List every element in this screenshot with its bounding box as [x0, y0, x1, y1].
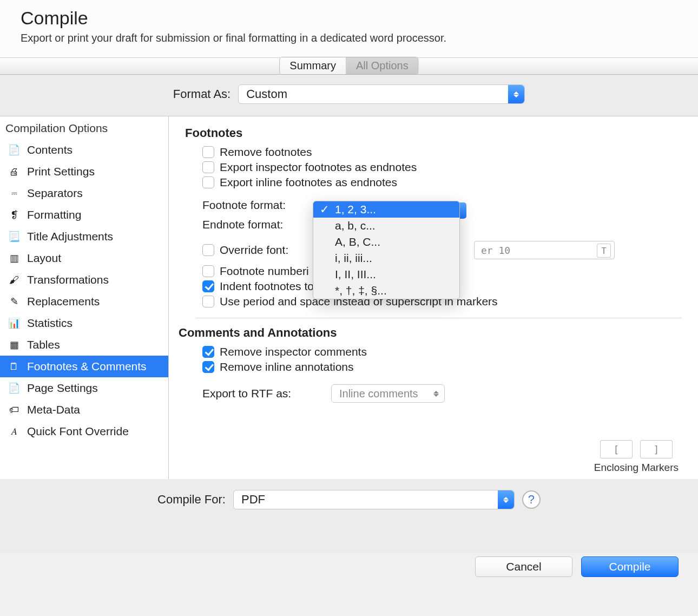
sidebar-item-formatting[interactable]: ❡Formatting	[0, 204, 168, 226]
compile-for-select[interactable]: PDF	[233, 490, 515, 509]
sidebar-item-icon: 📊	[6, 316, 22, 331]
endnote-format-label: Endnote format:	[202, 218, 305, 231]
sidebar-item-label: Statistics	[27, 317, 73, 330]
sidebar-item-label: Print Settings	[27, 165, 95, 178]
cancel-button[interactable]: Cancel	[475, 556, 572, 577]
popup-item[interactable]: 1, 2, 3...	[313, 201, 459, 218]
sidebar-item-label: Formatting	[27, 208, 81, 221]
checkbox-override-font[interactable]	[202, 244, 214, 256]
sidebar-item-statistics[interactable]: 📊Statistics	[0, 312, 168, 334]
chevron-updown-icon	[508, 85, 524, 103]
sidebar-item-page-settings[interactable]: 📄Page Settings	[0, 377, 168, 399]
sidebar-item-icon: ✎	[6, 294, 22, 309]
popup-item[interactable]: I, II, III...	[313, 266, 459, 283]
help-button[interactable]: ?	[522, 490, 541, 509]
checkbox-remove-inspector-comments[interactable]	[202, 346, 214, 358]
sidebar-item-icon: ▥	[6, 251, 22, 266]
header: Compile Export or print your draft for s…	[0, 0, 698, 57]
page-subtitle: Export or print your draft for submissio…	[21, 32, 677, 44]
enclosing-right-input[interactable]: ]	[640, 440, 673, 458]
popup-item[interactable]: i, ii, iii...	[313, 250, 459, 266]
tab-summary[interactable]: Summary	[280, 57, 346, 74]
sidebar: Compilation Options 📄Contents🖨Print Sett…	[0, 116, 169, 479]
format-as-row: Format As: Custom	[0, 75, 698, 116]
label-export-inspector-endnotes: Export inspector footnotes as endnotes	[220, 161, 417, 174]
sidebar-item-label: Quick Font Override	[27, 425, 129, 438]
sidebar-item-label: Replacements	[27, 295, 100, 308]
sidebar-item-label: Footnotes & Comments	[27, 360, 147, 373]
sidebar-item-label: Tables	[27, 338, 60, 351]
sidebar-item-footnotes-comments[interactable]: 🗒Footnotes & Comments	[0, 356, 168, 377]
sidebar-item-print-settings[interactable]: 🖨Print Settings	[0, 161, 168, 182]
checkbox-export-inline-endnotes[interactable]	[202, 176, 214, 188]
sidebar-item-icon: 🖌	[6, 272, 22, 287]
sidebar-item-tables[interactable]: ▦Tables	[0, 334, 168, 356]
label-footnote-numbering: Footnote numberi	[220, 265, 309, 278]
sidebar-item-label: Contents	[27, 143, 73, 156]
override-font-field[interactable]: er 10 T	[474, 241, 615, 259]
label-export-inline-endnotes: Export inline footnotes as endnotes	[220, 176, 397, 189]
sidebar-item-icon: 🖨	[6, 164, 22, 179]
bottom-bar: Compile For: PDF ?	[0, 479, 698, 553]
sidebar-item-label: Title Adjustments	[27, 230, 113, 243]
label-remove-footnotes: Remove footnotes	[220, 146, 312, 159]
checkbox-remove-footnotes[interactable]	[202, 146, 214, 158]
sidebar-item-label: Transformations	[27, 273, 109, 286]
sidebar-item-label: Separators	[27, 187, 83, 200]
sidebar-item-contents[interactable]: 📄Contents	[0, 139, 168, 161]
export-rtf-select[interactable]: Inline comments	[331, 384, 445, 403]
format-as-select[interactable]: Custom	[238, 84, 525, 104]
label-remove-inspector-comments: Remove inspector comments	[220, 345, 367, 358]
comments-heading: Comments and Annotations	[179, 326, 682, 340]
checkbox-export-inspector-endnotes[interactable]	[202, 161, 214, 173]
export-rtf-label: Export to RTF as:	[202, 387, 321, 400]
sidebar-item-icon: 📄	[6, 142, 22, 158]
sidebar-item-transformations[interactable]: 🖌Transformations	[0, 269, 168, 291]
options-panel: Footnotes Remove footnotes Export inspec…	[169, 116, 698, 479]
sidebar-item-label: Meta-Data	[27, 403, 80, 416]
chevron-updown-icon	[498, 490, 514, 509]
popup-item[interactable]: a, b, c...	[313, 218, 459, 234]
sidebar-item-icon: 🗒	[6, 359, 22, 374]
compile-for-label: Compile For:	[157, 493, 226, 507]
compile-button[interactable]: Compile	[581, 556, 679, 577]
sidebar-item-layout[interactable]: ▥Layout	[0, 247, 168, 269]
sidebar-item-label: Layout	[27, 252, 61, 265]
tabs-bar: Summary All Options	[0, 57, 698, 75]
footnote-format-label: Footnote format:	[202, 199, 305, 212]
sidebar-item-icon: 📃	[6, 229, 22, 244]
sidebar-item-replacements[interactable]: ✎Replacements	[0, 291, 168, 312]
checkbox-indent-footnotes[interactable]	[202, 280, 214, 292]
label-override-font: Override font:	[220, 244, 306, 257]
divider	[196, 318, 682, 318]
popup-item[interactable]: *, †, ‡, §...	[313, 283, 459, 299]
checkbox-remove-inline-annotations[interactable]	[202, 361, 214, 373]
popup-item[interactable]: A, B, C...	[313, 234, 459, 250]
sidebar-item-meta-data[interactable]: 🏷Meta-Data	[0, 399, 168, 421]
checkbox-footnote-numbering[interactable]	[202, 265, 214, 277]
format-as-value: Custom	[246, 87, 287, 101]
tab-all-options[interactable]: All Options	[346, 57, 418, 74]
enclosing-left-input[interactable]: [	[600, 440, 633, 458]
enclosing-markers-label: Enclosing Markers	[594, 462, 679, 474]
sidebar-item-label: Page Settings	[27, 382, 98, 395]
font-picker-icon[interactable]: T	[597, 244, 611, 258]
checkbox-use-period[interactable]	[202, 296, 214, 307]
enclosing-markers: [ ] Enclosing Markers	[594, 440, 679, 474]
sidebar-item-icon: 𝐴	[6, 424, 22, 439]
footnote-format-select[interactable]	[459, 202, 466, 219]
sidebar-item-icon: ▦	[6, 337, 22, 352]
sidebar-item-icon: ❡	[6, 207, 22, 222]
chevron-updown-icon	[428, 385, 444, 402]
label-remove-inline-annotations: Remove inline annotations	[220, 361, 354, 373]
format-as-label: Format As:	[173, 87, 231, 101]
sidebar-item-icon: 📄	[6, 381, 22, 396]
sidebar-item-title-adjustments[interactable]: 📃Title Adjustments	[0, 226, 168, 247]
sidebar-item-icon: 🏷	[6, 402, 22, 417]
sidebar-item-separators[interactable]: ⎓Separators	[0, 182, 168, 204]
sidebar-item-icon: ⎓	[6, 186, 22, 201]
footnote-format-popup[interactable]: 1, 2, 3...a, b, c...A, B, C...i, ii, iii…	[313, 201, 460, 299]
page-title: Compile	[21, 8, 677, 29]
sidebar-item-quick-font-override[interactable]: 𝐴Quick Font Override	[0, 421, 168, 442]
sidebar-title: Compilation Options	[0, 120, 168, 139]
